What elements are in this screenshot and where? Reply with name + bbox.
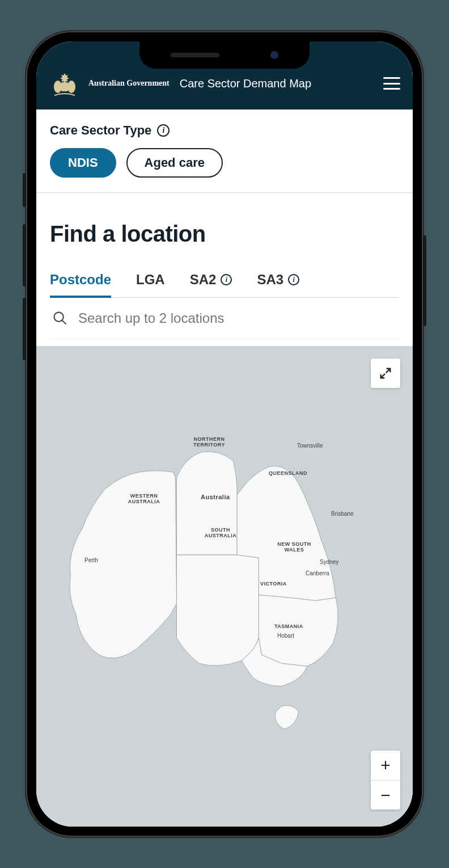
zoom-out-button[interactable]: − [371, 780, 400, 810]
phone-side-button [23, 173, 26, 207]
phone-side-button [23, 298, 26, 360]
map-label-city: Brisbane [331, 511, 353, 517]
tab-label: Postcode [50, 272, 111, 288]
map-label-city: Perth [84, 557, 98, 563]
tab-sa3[interactable]: SA3 i [257, 272, 299, 298]
tab-lga[interactable]: LGA [136, 272, 165, 298]
map-label-state: SOUTH AUSTRALIA [198, 528, 243, 539]
expand-icon [379, 367, 392, 380]
svg-line-4 [62, 321, 66, 325]
info-icon[interactable]: i [157, 124, 170, 137]
info-icon[interactable]: i [221, 274, 232, 285]
zoom-in-button[interactable]: + [371, 751, 400, 780]
gov-text: Australian Government [88, 79, 170, 88]
map-label-city: Townsville [297, 443, 323, 449]
zoom-controls: + − [371, 751, 400, 810]
map-container[interactable]: Australia WESTERN AUSTRALIA NORTHERN TER… [36, 346, 413, 827]
phone-side-button [23, 224, 26, 286]
find-location-section: Find a location Postcode LGA SA2 i SA3 i [36, 193, 413, 339]
tab-sa2[interactable]: SA2 i [190, 272, 232, 298]
australia-map [36, 346, 413, 827]
expand-map-button[interactable] [371, 359, 400, 388]
menu-button[interactable] [383, 77, 400, 90]
map-label-city: Canberra [306, 570, 329, 576]
map-label-state: WESTERN AUSTRALIA [121, 494, 167, 505]
phone-side-button [423, 235, 426, 326]
svg-point-0 [54, 81, 62, 93]
map-label-state: VICTORIA [260, 582, 287, 587]
map-label-state: TASMANIA [274, 624, 303, 630]
svg-rect-2 [61, 82, 68, 91]
location-search-input[interactable] [78, 310, 397, 326]
search-icon [52, 310, 68, 326]
tab-label: LGA [136, 272, 165, 288]
location-type-tabs: Postcode LGA SA2 i SA3 i [50, 272, 399, 298]
find-heading: Find a location [50, 221, 399, 247]
phone-notch [139, 41, 310, 69]
info-icon[interactable]: i [288, 274, 299, 285]
app-title: Care Sector Demand Map [180, 77, 311, 90]
gov-crest-icon [49, 70, 81, 97]
svg-point-1 [67, 81, 75, 93]
phone-frame: Australian Government Care Sector Demand… [26, 31, 423, 837]
map-label-city: Sydney [320, 559, 338, 565]
tab-label: SA2 [190, 272, 217, 288]
map-label-state: NEW SOUTH WALES [272, 542, 317, 553]
map-label-city: Hobart [277, 633, 294, 639]
sector-pill-ndis[interactable]: NDIS [50, 148, 116, 178]
tab-label: SA3 [257, 272, 283, 288]
sector-type-label: Care Sector Type [50, 123, 151, 138]
sector-pill-aged-care[interactable]: Aged care [126, 148, 223, 178]
tab-postcode[interactable]: Postcode [50, 272, 111, 298]
map-label-state: QUEENSLAND [269, 471, 307, 477]
svg-point-3 [54, 313, 63, 322]
map-label-country: Australia [201, 494, 230, 500]
sector-type-section: Care Sector Type i NDIS Aged care [36, 109, 413, 193]
map-label-state: NORTHERN TERRITORY [187, 437, 232, 448]
search-row [50, 298, 399, 339]
